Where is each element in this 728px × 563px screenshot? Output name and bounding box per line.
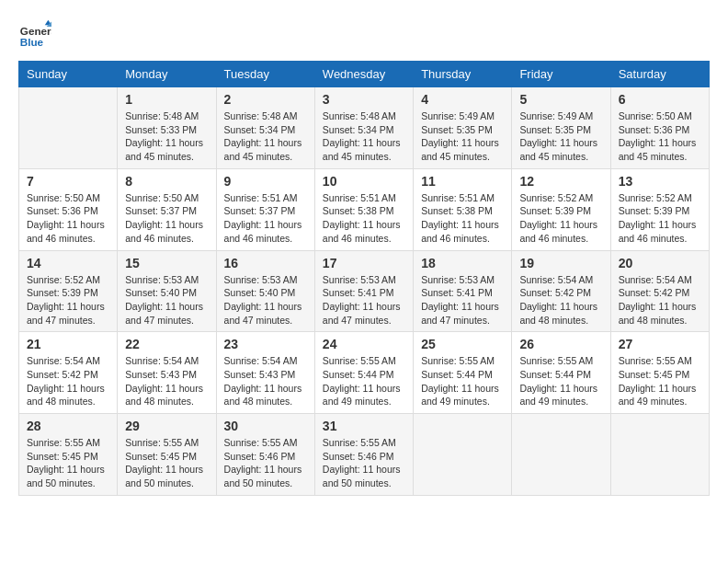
day-number: 16 [224, 256, 307, 270]
day-number: 9 [224, 174, 307, 189]
header-friday: Friday [512, 62, 610, 87]
day-number: 22 [125, 337, 208, 351]
logo-icon: General Blue [18, 18, 51, 52]
calendar-cell: 4Sunrise: 5:49 AM Sunset: 5:35 PM Daylig… [414, 87, 512, 169]
day-number: 21 [27, 337, 109, 351]
week-row-2: 7Sunrise: 5:50 AM Sunset: 5:36 PM Daylig… [19, 168, 710, 250]
calendar-cell: 30Sunrise: 5:55 AM Sunset: 5:46 PM Dayli… [216, 414, 314, 496]
day-info: Sunrise: 5:55 AM Sunset: 5:46 PM Dayligh… [224, 436, 307, 490]
day-info: Sunrise: 5:55 AM Sunset: 5:44 PM Dayligh… [421, 354, 504, 408]
day-info: Sunrise: 5:52 AM Sunset: 5:39 PM Dayligh… [619, 191, 701, 246]
calendar-cell: 31Sunrise: 5:55 AM Sunset: 5:46 PM Dayli… [314, 414, 413, 496]
calendar-cell: 17Sunrise: 5:53 AM Sunset: 5:41 PM Dayli… [314, 250, 413, 332]
day-info: Sunrise: 5:50 AM Sunset: 5:36 PM Dayligh… [27, 191, 109, 246]
day-info: Sunrise: 5:51 AM Sunset: 5:37 PM Dayligh… [224, 191, 307, 246]
calendar-cell [19, 87, 118, 169]
day-number: 4 [421, 92, 504, 107]
day-info: Sunrise: 5:51 AM Sunset: 5:38 PM Dayligh… [323, 191, 405, 246]
day-number: 30 [224, 419, 307, 433]
calendar-cell: 7Sunrise: 5:50 AM Sunset: 5:36 PM Daylig… [19, 168, 118, 250]
day-info: Sunrise: 5:51 AM Sunset: 5:38 PM Dayligh… [421, 191, 504, 246]
day-number: 15 [125, 256, 208, 270]
calendar-cell: 25Sunrise: 5:55 AM Sunset: 5:44 PM Dayli… [414, 332, 512, 414]
day-number: 5 [519, 92, 602, 107]
day-number: 3 [323, 92, 405, 107]
calendar-cell: 2Sunrise: 5:48 AM Sunset: 5:34 PM Daylig… [216, 87, 314, 169]
day-info: Sunrise: 5:54 AM Sunset: 5:42 PM Dayligh… [519, 273, 602, 327]
week-row-4: 21Sunrise: 5:54 AM Sunset: 5:42 PM Dayli… [19, 332, 710, 414]
day-info: Sunrise: 5:55 AM Sunset: 5:44 PM Dayligh… [323, 354, 405, 408]
calendar-cell: 29Sunrise: 5:55 AM Sunset: 5:45 PM Dayli… [118, 414, 216, 496]
calendar-cell: 5Sunrise: 5:49 AM Sunset: 5:35 PM Daylig… [512, 87, 610, 169]
day-info: Sunrise: 5:50 AM Sunset: 5:36 PM Dayligh… [619, 109, 701, 164]
day-number: 23 [224, 337, 307, 351]
calendar-cell: 16Sunrise: 5:53 AM Sunset: 5:40 PM Dayli… [216, 250, 314, 332]
day-number: 27 [619, 337, 701, 351]
page-header: General Blue [18, 18, 710, 52]
day-number: 13 [619, 174, 701, 189]
logo: General Blue [18, 18, 51, 52]
week-row-1: 1Sunrise: 5:48 AM Sunset: 5:33 PM Daylig… [19, 87, 710, 169]
day-info: Sunrise: 5:52 AM Sunset: 5:39 PM Dayligh… [27, 273, 109, 327]
day-info: Sunrise: 5:50 AM Sunset: 5:37 PM Dayligh… [125, 191, 208, 246]
day-number: 12 [519, 174, 602, 189]
day-info: Sunrise: 5:55 AM Sunset: 5:45 PM Dayligh… [619, 354, 701, 408]
calendar-cell: 11Sunrise: 5:51 AM Sunset: 5:38 PM Dayli… [414, 168, 512, 250]
day-number: 31 [323, 419, 405, 433]
header-saturday: Saturday [610, 62, 709, 87]
day-number: 7 [27, 174, 109, 189]
day-number: 28 [27, 419, 109, 433]
day-info: Sunrise: 5:53 AM Sunset: 5:41 PM Dayligh… [421, 273, 504, 327]
svg-text:Blue: Blue [20, 36, 44, 48]
day-info: Sunrise: 5:52 AM Sunset: 5:39 PM Dayligh… [519, 191, 602, 246]
calendar-cell: 10Sunrise: 5:51 AM Sunset: 5:38 PM Dayli… [314, 168, 413, 250]
day-number: 2 [224, 92, 307, 107]
day-info: Sunrise: 5:48 AM Sunset: 5:33 PM Dayligh… [125, 109, 208, 164]
calendar-cell: 1Sunrise: 5:48 AM Sunset: 5:33 PM Daylig… [118, 87, 216, 169]
calendar-cell: 28Sunrise: 5:55 AM Sunset: 5:45 PM Dayli… [19, 414, 118, 496]
calendar-cell: 8Sunrise: 5:50 AM Sunset: 5:37 PM Daylig… [118, 168, 216, 250]
day-info: Sunrise: 5:54 AM Sunset: 5:42 PM Dayligh… [27, 354, 109, 408]
week-row-3: 14Sunrise: 5:52 AM Sunset: 5:39 PM Dayli… [19, 250, 710, 332]
calendar-cell: 13Sunrise: 5:52 AM Sunset: 5:39 PM Dayli… [610, 168, 709, 250]
calendar-cell [512, 414, 610, 496]
calendar-cell: 21Sunrise: 5:54 AM Sunset: 5:42 PM Dayli… [19, 332, 118, 414]
header-wednesday: Wednesday [314, 62, 413, 87]
day-number: 19 [519, 256, 602, 270]
day-number: 24 [323, 337, 405, 351]
calendar-cell: 18Sunrise: 5:53 AM Sunset: 5:41 PM Dayli… [414, 250, 512, 332]
calendar-cell: 12Sunrise: 5:52 AM Sunset: 5:39 PM Dayli… [512, 168, 610, 250]
week-row-5: 28Sunrise: 5:55 AM Sunset: 5:45 PM Dayli… [19, 414, 710, 496]
calendar-cell: 9Sunrise: 5:51 AM Sunset: 5:37 PM Daylig… [216, 168, 314, 250]
calendar-cell [414, 414, 512, 496]
header-monday: Monday [118, 62, 216, 87]
calendar-cell: 19Sunrise: 5:54 AM Sunset: 5:42 PM Dayli… [512, 250, 610, 332]
day-number: 1 [125, 92, 208, 107]
header-sunday: Sunday [19, 62, 118, 87]
day-info: Sunrise: 5:49 AM Sunset: 5:35 PM Dayligh… [519, 109, 602, 164]
day-info: Sunrise: 5:54 AM Sunset: 5:43 PM Dayligh… [224, 354, 307, 408]
header-thursday: Thursday [414, 62, 512, 87]
day-number: 11 [421, 174, 504, 189]
day-number: 18 [421, 256, 504, 270]
day-info: Sunrise: 5:55 AM Sunset: 5:44 PM Dayligh… [519, 354, 602, 408]
day-info: Sunrise: 5:48 AM Sunset: 5:34 PM Dayligh… [224, 109, 307, 164]
day-number: 25 [421, 337, 504, 351]
header-tuesday: Tuesday [216, 62, 314, 87]
day-info: Sunrise: 5:53 AM Sunset: 5:41 PM Dayligh… [323, 273, 405, 327]
calendar-cell: 26Sunrise: 5:55 AM Sunset: 5:44 PM Dayli… [512, 332, 610, 414]
calendar-cell: 23Sunrise: 5:54 AM Sunset: 5:43 PM Dayli… [216, 332, 314, 414]
day-info: Sunrise: 5:53 AM Sunset: 5:40 PM Dayligh… [224, 273, 307, 327]
day-info: Sunrise: 5:54 AM Sunset: 5:42 PM Dayligh… [619, 273, 701, 327]
day-number: 8 [125, 174, 208, 189]
day-number: 20 [619, 256, 701, 270]
day-number: 10 [323, 174, 405, 189]
day-info: Sunrise: 5:49 AM Sunset: 5:35 PM Dayligh… [421, 109, 504, 164]
header-row: SundayMondayTuesdayWednesdayThursdayFrid… [19, 62, 710, 87]
calendar-table: SundayMondayTuesdayWednesdayThursdayFrid… [18, 61, 710, 496]
calendar-cell: 15Sunrise: 5:53 AM Sunset: 5:40 PM Dayli… [118, 250, 216, 332]
calendar-cell: 3Sunrise: 5:48 AM Sunset: 5:34 PM Daylig… [314, 87, 413, 169]
calendar-cell [610, 414, 709, 496]
day-info: Sunrise: 5:53 AM Sunset: 5:40 PM Dayligh… [125, 273, 208, 327]
calendar-cell: 27Sunrise: 5:55 AM Sunset: 5:45 PM Dayli… [610, 332, 709, 414]
